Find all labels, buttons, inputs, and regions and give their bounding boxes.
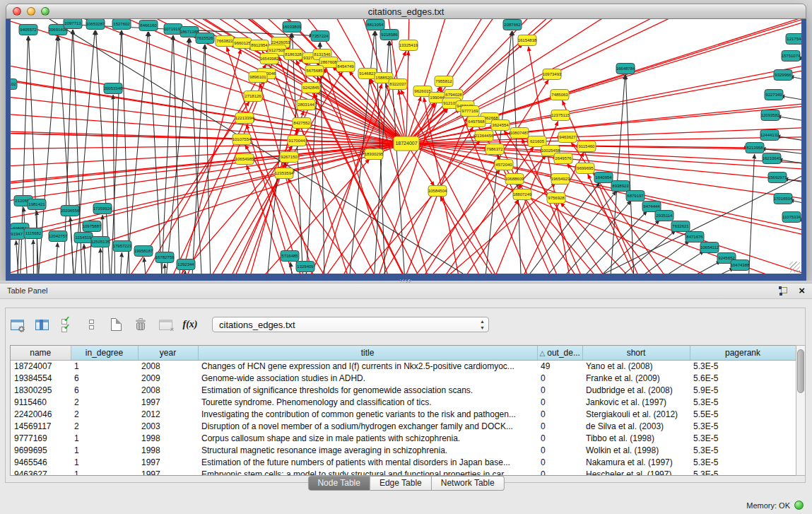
graph-node[interactable]: 1217544 xyxy=(786,34,801,45)
graph-node[interactable]: 9242845 xyxy=(302,83,320,93)
graph-node[interactable]: 18724007 xyxy=(394,136,419,151)
graph-node[interactable]: 8912954 xyxy=(250,40,269,51)
graph-node[interactable]: 10107554 xyxy=(233,134,252,145)
graph-node[interactable]: 16154838 xyxy=(518,35,537,46)
graph-node[interactable]: 17016504 xyxy=(774,194,793,204)
graph-node[interactable]: 21364456 xyxy=(475,131,494,141)
graph-node[interactable]: 8427552 xyxy=(293,118,311,129)
graph-node[interactable]: 7663822 xyxy=(216,36,234,47)
close-panel-icon[interactable]: × xyxy=(799,286,805,296)
table-row[interactable]: 946362711997Embryonic stem cells: a mode… xyxy=(11,468,796,476)
graph-node[interactable]: 9405572 xyxy=(19,25,37,35)
graph-node[interactable]: 1329409 xyxy=(296,262,314,272)
graph-node[interactable]: 7632621 xyxy=(671,221,690,232)
graph-node[interactable]: 9660125 xyxy=(233,38,252,49)
graph-node[interactable]: 12353594 xyxy=(275,168,294,179)
graph-node[interactable]: 7615526 xyxy=(196,33,214,44)
graph-node[interactable]: 2803144 xyxy=(297,100,315,110)
graph-node[interactable]: 16033809 xyxy=(283,22,302,33)
table-row[interactable]: 1830029562008Estimation of significance … xyxy=(11,384,796,396)
graph-node[interactable]: 5675685 xyxy=(305,66,324,76)
graph-node[interactable]: 9896101 xyxy=(249,72,267,83)
graph-node[interactable]: 6497568 xyxy=(467,117,486,127)
graph-node[interactable]: 9777169 xyxy=(461,106,479,117)
column-header-out_degree[interactable]: △out_de... xyxy=(537,346,582,360)
table-settings-icon[interactable] xyxy=(8,315,25,334)
column-header-short[interactable]: short xyxy=(582,346,690,360)
graph-node[interactable]: 18300295 xyxy=(365,149,384,160)
graph-node[interactable]: 2087662 xyxy=(503,20,522,30)
graph-node[interactable]: 12375115 xyxy=(551,110,570,121)
graph-node[interactable]: 8213958 xyxy=(746,143,764,153)
graph-node[interactable]: 3624554 xyxy=(491,120,510,131)
graph-node[interactable]: 20206556 xyxy=(61,206,80,216)
graph-node[interactable]: 4572040 xyxy=(495,160,513,170)
graph-node[interactable]: 10688609 xyxy=(505,174,524,185)
graph-node[interactable]: 1115682 xyxy=(24,228,42,239)
table-row[interactable]: 1872400712008Changes of HCN gene express… xyxy=(11,360,796,372)
graph-node[interactable]: 19958187 xyxy=(134,246,153,257)
graph-node[interactable]: 9699695 xyxy=(576,163,594,174)
graph-node[interactable]: 9756928 xyxy=(547,193,565,204)
graph-node[interactable]: 2053102 xyxy=(11,79,17,90)
graph-node[interactable]: 7986372 xyxy=(486,144,504,155)
table-row[interactable]: 969969511998Structural magnetic resonanc… xyxy=(11,444,796,456)
graph-node[interactable]: 19654923 xyxy=(551,174,570,185)
graph-node[interactable]: 10807487 xyxy=(510,128,529,139)
graph-node[interactable]: 1640954 xyxy=(594,173,613,183)
graph-node[interactable]: 9146821 xyxy=(358,69,377,79)
graph-node[interactable]: 6879197 xyxy=(626,191,645,201)
graph-node[interactable]: 2718126 xyxy=(244,91,262,102)
graph-node[interactable]: 8813054 xyxy=(366,20,384,30)
graph-node[interactable]: 10584504 xyxy=(428,186,447,197)
table-selector-dropdown[interactable]: citations_edges.txt ▲▼ xyxy=(212,317,489,332)
tab-node-table[interactable]: Node Table xyxy=(307,476,370,491)
graph-node[interactable]: 10653287 xyxy=(86,19,105,30)
new-table-icon[interactable] xyxy=(107,315,124,334)
graph-node[interactable]: 16782759 xyxy=(155,252,175,263)
column-header-in_degree[interactable]: in_degree xyxy=(71,346,138,360)
graph-node[interactable]: 12505135 xyxy=(91,237,110,247)
table-row[interactable]: 1456911722003Disruption of a novel membe… xyxy=(11,420,796,432)
table-row[interactable]: 2242004622012Investigating the contribut… xyxy=(11,408,796,420)
graph-node[interactable]: 1527602 xyxy=(112,19,131,30)
table-row[interactable]: 977716911998Corpus callosum shape and si… xyxy=(11,432,796,444)
table-row[interactable]: 911546021997Tourette syndrome. Phenomeno… xyxy=(11,396,796,408)
table-row[interactable]: 946554611997Estimation of the future num… xyxy=(11,456,796,468)
graph-node[interactable]: 12042757 xyxy=(49,231,68,242)
graph-node[interactable]: 2097713 xyxy=(64,19,82,29)
column-header-pagerank[interactable]: pagerank xyxy=(690,346,796,360)
resize-grip-icon[interactable] xyxy=(789,262,800,272)
graph-node[interactable]: 16648784 xyxy=(616,64,635,74)
graph-node[interactable]: 12093582 xyxy=(761,110,780,121)
graph-node[interactable]: 9329966 xyxy=(774,70,792,81)
column-header-name[interactable]: name xyxy=(11,346,71,360)
graph-node[interactable]: 8471676 xyxy=(686,232,704,243)
window-titlebar[interactable]: citations_edges.txt xyxy=(6,4,806,19)
column-header-year[interactable]: year xyxy=(138,346,198,360)
graph-node[interactable]: 17359924 xyxy=(93,204,112,214)
graph-node[interactable]: 12444132 xyxy=(760,130,779,141)
graph-node[interactable]: 20053346 xyxy=(104,83,123,94)
delete-table-icon[interactable] xyxy=(132,315,149,334)
graph-node[interactable]: 15751074 xyxy=(782,51,801,62)
function-builder-icon[interactable]: f(x) xyxy=(182,315,199,334)
graph-node[interactable]: 9218586 xyxy=(380,30,399,40)
graph-node[interactable]: 11075334 xyxy=(782,212,801,223)
graph-node[interactable]: 10973493 xyxy=(543,69,562,80)
graph-node[interactable]: 10654112 xyxy=(700,243,719,253)
import-table-icon[interactable]: × xyxy=(157,315,174,334)
graph-node[interactable]: 16210643 xyxy=(763,153,782,164)
graph-node[interactable]: 9115460 xyxy=(577,141,596,152)
graph-node[interactable]: 1154519 xyxy=(74,233,93,243)
graph-node[interactable]: 8466160 xyxy=(139,21,158,31)
graph-node[interactable]: 9267150 xyxy=(280,152,298,163)
graph-node[interactable]: 2935114 xyxy=(655,211,673,221)
graph-node[interactable]: 7955812 xyxy=(435,76,453,87)
graph-node[interactable]: 8938923 xyxy=(611,181,630,192)
graph-node[interactable]: 7485063 xyxy=(551,90,569,100)
tab-network-table[interactable]: Network Table xyxy=(432,476,505,491)
table-row[interactable]: 1938455462009Genome-wide association stu… xyxy=(11,372,796,384)
graph-node[interactable]: 2649576 xyxy=(554,153,572,164)
graph-node[interactable]: 8454749 xyxy=(336,62,355,72)
